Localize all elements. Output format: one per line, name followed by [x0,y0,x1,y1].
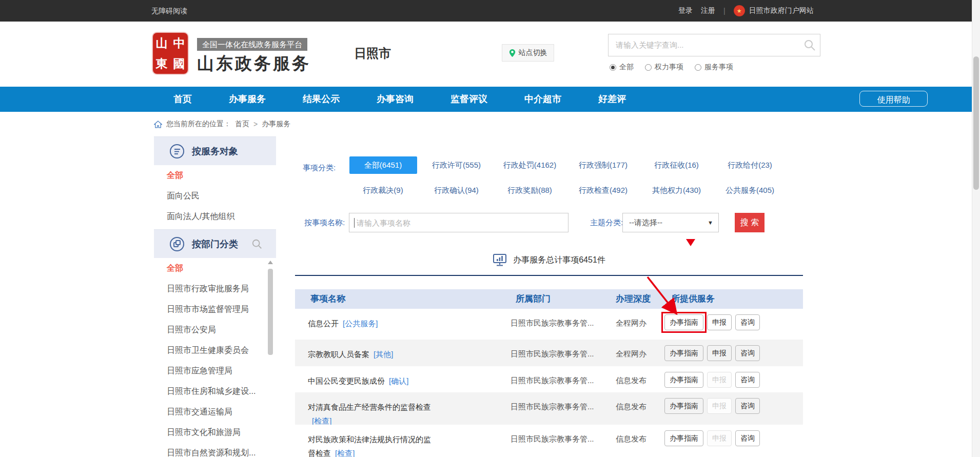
department-search-icon[interactable] [251,239,263,250]
consult-button[interactable]: 咨询 [735,372,760,388]
item-name-input-wrap [349,213,569,232]
nav-item-services[interactable]: 办事服务 [229,87,266,112]
item-name[interactable]: 对民族政策和法律法规执行情况的监督检查 [308,435,431,457]
page-scrollbar-thumb[interactable] [973,56,979,190]
col-department: 所属部门 [516,289,551,309]
item-depth: 信息发布 [616,376,646,386]
top-utility-bar: 无障碍阅读 登录 注册 | ★ 日照市政府门户网站 [0,0,972,22]
category-chip[interactable]: 行政检查(492) [579,183,628,198]
page-scrollbar[interactable] [972,0,980,457]
guide-button[interactable]: 办事指南 [664,372,703,388]
category-chip[interactable]: 行政奖励(88) [507,183,552,198]
dept-item[interactable]: 日照市交通运输局 [154,402,276,422]
seal-char: 國 [173,56,185,72]
dept-item[interactable]: 日照市卫生健康委员会 [154,340,276,361]
topic-select[interactable]: --请选择-- ▼ [622,213,719,232]
apply-button[interactable]: 申报 [707,430,732,446]
scroll-up-arrow[interactable] [268,261,273,264]
search-scope-radios: 全部 权力事项 服务事项 [610,63,733,72]
help-button[interactable]: 使用帮助 [859,91,928,107]
category-chip[interactable]: 行政许可(555) [432,156,481,174]
items-table: 事项名称 所属部门 办理深度 所提供服务 信息公开[公共服务] 日照市民族宗教事… [295,289,803,457]
item-name[interactable]: 中国公民变更民族成份 [308,376,385,385]
category-chip[interactable]: 行政给付(23) [728,156,772,174]
sidebar-item-all[interactable]: 全部 [154,165,276,186]
category-chip[interactable]: 行政确认(94) [434,183,479,198]
nav-item-rating[interactable]: 好差评 [598,87,626,112]
dept-item[interactable]: 日照市文化和旅游局 [154,422,276,443]
item-tag-link[interactable]: [确认] [389,376,408,385]
item-tag-link[interactable]: [检查] [312,416,331,425]
divider: | [723,7,726,15]
section-by-department[interactable]: 按部门分类 [154,229,276,258]
dept-item[interactable]: 全部 [154,258,276,279]
item-name-input[interactable] [349,213,568,232]
item-department: 日照市民族宗教事务管... [511,402,618,412]
apply-button[interactable]: 申报 [707,372,732,388]
guide-button[interactable]: 办事指南 [664,430,703,446]
nav-item-results[interactable]: 结果公示 [303,87,340,112]
portal-site-link[interactable]: ★ 日照市政府门户网站 [734,5,814,16]
consult-button[interactable]: 咨询 [735,430,760,446]
guide-button[interactable]: 办事指南 [664,345,703,361]
scope-radio-service-items[interactable]: 服务事项 [695,63,733,72]
category-filter-label: 事项分类: [303,163,336,173]
apply-button[interactable]: 申报 [707,345,732,361]
item-name-label: 按事项名称: [304,218,345,228]
dept-item[interactable]: 日照市公安局 [154,320,276,340]
home-icon [154,121,162,128]
location-pin-icon [509,49,516,57]
item-name[interactable]: 信息公开 [308,319,339,328]
guide-button[interactable]: 办事指南 [664,314,703,330]
nav-item-home[interactable]: 首页 [173,87,192,112]
item-name[interactable]: 对清真食品生产经营条件的监督检查 [308,403,431,411]
dept-item[interactable]: 日照市应急管理局 [154,361,276,381]
category-chip[interactable]: 公共服务(405) [726,183,774,198]
breadcrumb-home-link[interactable]: 首页 [235,120,249,129]
consult-button[interactable]: 咨询 [735,345,760,361]
nav-item-consult[interactable]: 办事咨询 [377,87,414,112]
apply-button[interactable]: 申报 [707,314,732,330]
consult-button[interactable]: 咨询 [735,314,760,330]
keyword-search-input[interactable] [609,34,806,55]
dept-item[interactable]: 日照市自然资源和规划... [154,443,276,457]
category-chip[interactable]: 行政强制(177) [579,156,628,174]
section-by-service-object[interactable]: 按服务对象 [154,136,276,165]
department-icon [169,236,185,252]
scope-radio-all[interactable]: 全部 [610,63,634,72]
category-chip[interactable]: 行政处罚(4162) [503,156,556,174]
item-name[interactable]: 宗教教职人员备案 [308,350,369,359]
consult-button[interactable]: 咨询 [735,398,760,414]
dept-item[interactable]: 日照市住房和城乡建设... [154,381,276,402]
item-tag-link[interactable]: [其他] [374,350,393,359]
accessibility-link[interactable]: 无障碍阅读 [151,0,187,22]
sidebar-item-citizen[interactable]: 面向公民 [154,186,276,206]
nav-item-intermediary[interactable]: 中介超市 [524,87,561,112]
guide-button[interactable]: 办事指南 [664,398,703,414]
category-chip[interactable]: 其他权力(430) [652,183,701,198]
search-icon[interactable] [803,39,816,51]
nav-item-supervision[interactable]: 监督评议 [450,87,487,112]
category-chip[interactable]: 行政裁决(9) [363,183,403,198]
col-services: 所提供服务 [671,289,715,309]
dept-item[interactable]: 日照市行政审批服务局 [154,279,276,299]
scope-radio-power-items[interactable]: 权力事项 [645,63,683,72]
login-link[interactable]: 登录 [678,6,693,15]
select-arrow-icon: ▼ [708,213,713,232]
table-row: 对民族政策和法律法规执行情况的监督检查[检查] 日照市民族宗教事务管... 信息… [295,425,803,457]
item-department: 日照市民族宗教事务管... [511,349,618,359]
item-tag-link[interactable]: [公共服务] [343,319,378,328]
register-link[interactable]: 注册 [701,6,715,15]
scrollbar-thumb[interactable] [268,269,273,355]
search-button[interactable]: 搜 索 [735,213,765,232]
apply-button[interactable]: 申报 [707,398,732,414]
sidebar-scrollbar[interactable] [268,261,273,455]
item-tag-link[interactable]: [检查] [335,449,355,457]
dept-item[interactable]: 日照市市场监督管理局 [154,299,276,320]
category-chip[interactable]: 行政征收(16) [654,156,699,174]
category-chip-all[interactable]: 全部(6451) [349,156,417,174]
sidebar-item-legal-person[interactable]: 面向法人/其他组织 [154,206,276,227]
category-chips: 全部(6451) 行政许可(555) 行政处罚(4162) 行政强制(177) … [346,156,792,198]
item-depth: 全程网办 [616,319,646,328]
site-switch-button[interactable]: 站点切换 [502,44,554,62]
